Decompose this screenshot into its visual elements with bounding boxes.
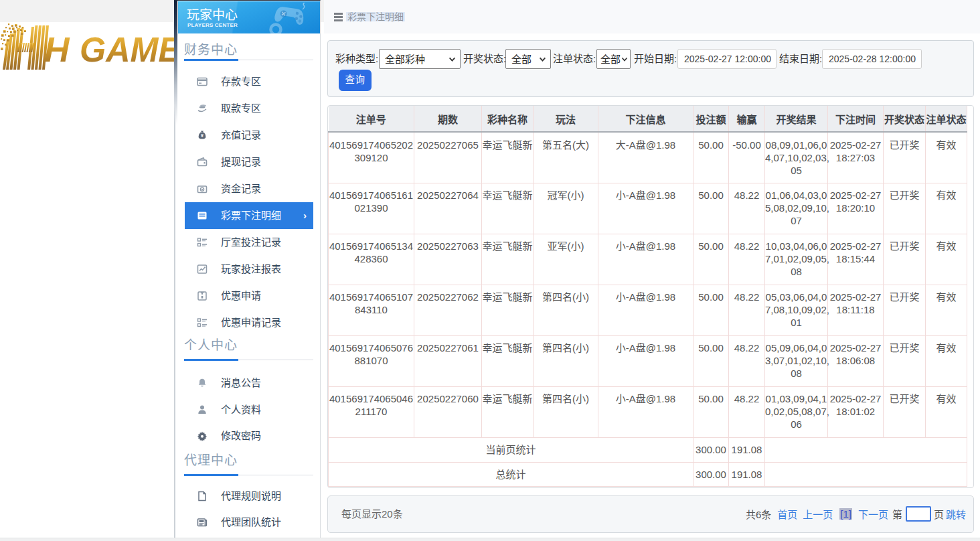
svg-text:¥: ¥	[201, 133, 203, 138]
svg-text:H: H	[44, 30, 70, 69]
svg-text:GAME: GAME	[80, 30, 175, 69]
